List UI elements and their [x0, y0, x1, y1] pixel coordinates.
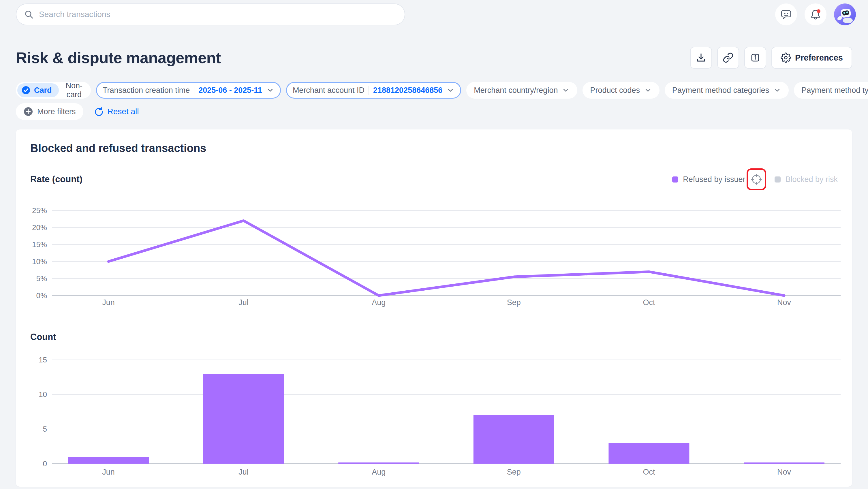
svg-text:Nov: Nov — [777, 468, 791, 476]
svg-text:Nov: Nov — [777, 298, 791, 307]
blocked-refused-card: Blocked and refused transactions Rate (c… — [16, 129, 852, 487]
download-icon — [695, 52, 707, 63]
segment-card[interactable]: Card — [17, 83, 59, 97]
svg-text:5: 5 — [43, 425, 47, 433]
plus-circle-icon — [23, 107, 33, 117]
svg-text:15: 15 — [39, 356, 47, 364]
svg-text:5%: 5% — [36, 274, 47, 283]
filters-row-2: More filters Reset all — [16, 103, 852, 120]
chip-label: Merchant country/region — [474, 86, 558, 95]
svg-text:0: 0 — [43, 459, 47, 468]
copy-link-button[interactable] — [717, 47, 739, 69]
legend-label-refused: Refused by issuer — [683, 175, 745, 184]
link-icon — [723, 52, 734, 63]
svg-text:Sep: Sep — [507, 298, 521, 307]
svg-text:Jul: Jul — [239, 468, 249, 476]
crosshair-wrap — [750, 173, 763, 185]
chip-divider — [369, 86, 369, 95]
filter-chip-product-codes[interactable]: Product codes — [583, 82, 659, 99]
chevron-down-icon — [773, 86, 781, 94]
feedback-button[interactable] — [775, 3, 797, 25]
legend-label-blocked: Blocked by risk — [785, 175, 838, 184]
svg-text:Aug: Aug — [372, 298, 385, 307]
rate-section-title: Rate (count) — [30, 174, 83, 185]
reset-all-label: Reset all — [107, 107, 139, 116]
segment-non-card[interactable]: Non-card — [59, 83, 90, 97]
svg-text:15%: 15% — [32, 240, 47, 249]
feedback-chat-icon — [780, 8, 792, 21]
chart-legend: Refused by issuer — [672, 173, 838, 185]
legend-swatch-refused — [672, 177, 678, 183]
svg-text:Oct: Oct — [643, 298, 655, 307]
chip-label: Payment method categories — [672, 86, 769, 95]
legend-blocked-by-risk[interactable]: Blocked by risk — [775, 175, 838, 184]
filter-chip-transaction-creation-time[interactable]: Transaction creation time 2025-06 - 2025… — [96, 82, 281, 99]
chip-divider — [194, 86, 194, 95]
chevron-down-icon — [266, 86, 274, 94]
avatar[interactable] — [834, 3, 856, 25]
download-button[interactable] — [690, 47, 712, 69]
filters-row-1: Card Non-card Transaction creation time … — [16, 82, 852, 99]
page-title: Risk & dispute management — [16, 49, 221, 67]
legend-refused-by-issuer[interactable]: Refused by issuer — [672, 173, 763, 185]
svg-text:0%: 0% — [36, 291, 47, 300]
more-filters-button[interactable]: More filters — [16, 103, 83, 120]
svg-text:Aug: Aug — [372, 468, 385, 476]
chip-label: Payment method types — [801, 86, 868, 95]
card-title: Blocked and refused transactions — [30, 142, 842, 155]
filter-chip-merchant-country[interactable]: Merchant country/region — [466, 82, 577, 99]
chip-label: Product codes — [590, 86, 640, 95]
card-type-segmented-control: Card Non-card — [16, 82, 91, 99]
svg-text:Jun: Jun — [102, 298, 115, 307]
count-bar-chart: 051015JunJulAugSepOctNov — [30, 354, 842, 484]
svg-text:Jul: Jul — [239, 298, 249, 307]
page-header: Risk & dispute management — [16, 47, 852, 69]
svg-text:25%: 25% — [32, 206, 47, 215]
svg-text:Oct: Oct — [643, 468, 655, 476]
search-bar[interactable] — [16, 3, 405, 25]
info-icon — [750, 52, 761, 63]
notifications-button[interactable] — [805, 3, 827, 25]
chip-value: 2025-06 - 2025-11 — [198, 86, 262, 95]
segment-card-label: Card — [34, 86, 52, 95]
svg-text:Jun: Jun — [102, 468, 115, 476]
chevron-down-icon — [446, 86, 455, 94]
more-filters-label: More filters — [37, 107, 76, 116]
segment-non-card-label: Non-card — [66, 81, 83, 99]
crosshair-icon[interactable] — [750, 173, 763, 185]
rate-section-header: Rate (count) Refused by issuer — [30, 170, 842, 189]
svg-text:Sep: Sep — [507, 468, 521, 476]
rate-line-chart: 0%5%10%15%20%25%JunJulAugSepOctNov — [30, 205, 842, 324]
info-button[interactable] — [744, 47, 766, 69]
legend-swatch-blocked — [775, 177, 781, 183]
topbar-actions — [775, 3, 856, 25]
reset-all-button[interactable]: Reset all — [94, 106, 139, 117]
search-input[interactable] — [39, 10, 397, 19]
svg-text:20%: 20% — [32, 223, 47, 232]
search-icon — [24, 9, 34, 19]
filter-chip-merchant-account-id[interactable]: Merchant account ID 2188120258646856 — [286, 82, 461, 99]
bell-icon — [809, 8, 822, 21]
preferences-button[interactable]: Preferences — [771, 47, 852, 69]
gear-icon — [781, 53, 791, 63]
topbar — [0, 0, 868, 25]
toolbar: Preferences — [690, 47, 852, 69]
check-circle-icon — [21, 86, 31, 95]
svg-text:10: 10 — [39, 390, 47, 399]
filter-chip-payment-method-types[interactable]: Payment method types — [794, 82, 868, 99]
chevron-down-icon — [562, 86, 570, 94]
chip-label: Transaction creation time — [103, 86, 190, 95]
chip-label: Merchant account ID — [293, 86, 365, 95]
count-section-title: Count — [30, 332, 842, 342]
chevron-down-icon — [644, 86, 652, 94]
filter-chip-payment-method-categories[interactable]: Payment method categories — [665, 82, 789, 99]
refresh-icon — [94, 106, 104, 117]
chip-value: 2188120258646856 — [373, 86, 442, 95]
preferences-label: Preferences — [795, 53, 843, 63]
svg-text:10%: 10% — [32, 257, 47, 266]
